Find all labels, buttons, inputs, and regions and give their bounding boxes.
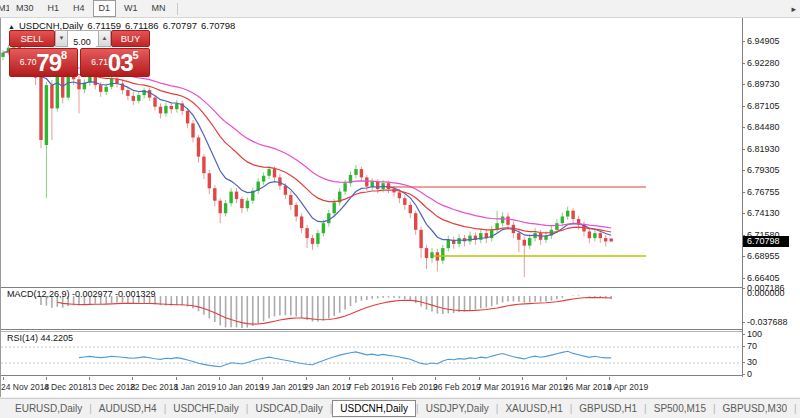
date-axis-tick [46,377,47,380]
price-axis-tick [742,256,745,257]
price-axis-label: 6.92280 [747,58,780,68]
macd-label: MACD(12,26,9) -0.002977 -0.001329 [7,289,156,299]
chart-tab-usdjpy[interactable]: USDJPY,Daily [419,401,496,416]
timeframe-button-m30[interactable]: M30 [10,0,40,17]
rsi-axis-tick [742,346,745,347]
collapse-trade-widget-icon[interactable]: ▲ [8,23,15,30]
price-axis-tick [742,192,745,193]
price-axis-tick [742,84,745,85]
price-axis-label: 6.68955 [747,251,780,261]
buy-button[interactable]: BUY [111,30,150,47]
date-axis-label: 29 Jan 2019 [304,382,351,392]
chart-tab-bar: EURUSD,Daily|AUDUSD,H4|USDCHF,Daily|USDC… [0,398,800,418]
date-axis-label: 22 Dec 2018 [130,382,178,392]
buy-price-big: 03 [108,49,133,76]
date-axis-tick [392,377,393,380]
price-axis-label: 6.74130 [747,208,780,218]
price-axis-tick [742,63,745,64]
date-axis-label: 13 Dec 2018 [87,382,135,392]
one-click-trade-widget: SELL ▼ ▲ BUY 6.70798 6.71035 [9,30,150,77]
date-axis-tick [609,377,610,380]
timeframe-button-h1[interactable]: H1 [42,0,66,17]
volume-increase-button[interactable]: ▲ [98,30,111,47]
macd-axis-tick [742,322,745,323]
timeframe-button-d1[interactable]: D1 [93,0,117,17]
price-axis-label: 6.87105 [747,101,780,111]
date-axis-label: 16 Mar 2019 [520,382,568,392]
chart-tab-eurusd[interactable]: EURUSD,Daily [8,401,89,416]
price-axis-tick [742,213,745,214]
sell-price-prefix: 6.70 [20,57,37,67]
price-axis-tick [742,149,745,150]
rsi-axis-label: 30 [747,357,757,367]
date-axis-label: 24 Nov 2018 [1,382,49,392]
date-axis-label: 26 Mar 2019 [564,382,612,392]
price-axis-tick [742,41,745,42]
rsi-axis-label: 70 [747,341,757,351]
chart-tab-usdcnh[interactable]: USDCNH,Daily [332,400,416,417]
date-axis-tick [306,377,307,380]
macd-axis-tick [742,288,745,289]
price-axis-label: 6.79305 [747,165,780,175]
macd-axis-min: -0.037688 [747,317,788,327]
chart-tab-usdchf[interactable]: USDCHF,Daily [166,401,246,416]
volume-box [68,30,98,47]
timeframe-button-w1[interactable]: W1 [118,0,144,17]
timeframe-button-h4[interactable]: H4 [67,0,91,17]
sell-price-pip: 8 [61,49,67,61]
timeframe-button-mn[interactable]: MN [146,0,172,17]
macd-axis-zero: 0.000000 [747,288,785,298]
date-axis-tick [349,377,350,380]
date-axis-label: 1 Jan 2019 [174,382,216,392]
chart-tab-xauusd[interactable]: XAUUSD,H1 [498,401,569,416]
toolbar-separator [177,3,178,15]
chart-tab-sp500[interactable]: SP500,M15 [647,401,713,416]
ohlc-low: 6.70797 [163,20,197,31]
buy-price-prefix: 6.71 [91,57,108,67]
volume-decrease-button[interactable]: ▼ [55,30,68,47]
price-axis-label: 6.94905 [747,36,780,46]
date-axis-label: 7 Mar 2019 [477,382,520,392]
chart-tab-audusd[interactable]: AUDUSD,H4 [92,401,164,416]
chart-tab-usdcad[interactable]: USDCAD,Daily [248,401,329,416]
rsi-indicator-pane[interactable]: RSI(14) 44.2205 [1,331,742,376]
date-axis-label: 26 Feb 2019 [433,382,481,392]
sell-price-big: 79 [36,49,61,76]
timeframe-button-m15[interactable]: M15 [0,0,8,17]
price-axis-label: 6.76755 [747,187,780,197]
price-axis-label: 6.84480 [747,122,780,132]
date-axis: 24 Nov 20184 Dec 201813 Dec 201822 Dec 2… [1,377,742,397]
price-axis-label: 6.66405 [747,273,780,283]
date-axis-tick [3,377,4,380]
date-axis-tick [132,377,133,380]
rsi-axis-tick [742,374,745,375]
chart-tab-gbpusd[interactable]: GBPUSD,M30 [716,401,794,416]
trading-platform-window: M15M30H1H4D1W1MN ▲USDCNH,Daily6.711596.7… [0,0,800,418]
date-axis-tick [479,377,480,380]
price-axis-label: 6.89730 [747,79,780,89]
buy-price-panel[interactable]: 6.71035 [80,48,150,77]
price-axis-tick [742,127,745,128]
tab-scroll-right-icon[interactable]: ▸ [789,4,798,14]
price-axis-label: 6.81930 [747,144,780,154]
timeframe-toolbar: M15M30H1H4D1W1MN [0,0,800,18]
price-axis-tick [742,170,745,171]
ohlc-close: 6.70798 [201,20,235,31]
date-axis-tick [566,377,567,380]
price-axis-tick [742,278,745,279]
date-axis-label: 4 Apr 2019 [607,382,648,392]
price-axis-tick [742,106,745,107]
sell-button[interactable]: SELL [9,30,55,47]
price-axis: 6.949056.922806.897306.871056.844806.819… [742,18,800,397]
sell-price-panel[interactable]: 6.70798 [9,48,78,77]
date-axis-tick [262,377,263,380]
macd-indicator-pane[interactable]: MACD(12,26,9) -0.002977 -0.001329 [1,287,742,330]
date-axis-tick [89,377,90,380]
rsi-axis-label: 0 [747,369,752,379]
date-axis-label: 19 Jan 2019 [260,382,307,392]
chart-tab-gbpusd[interactable]: GBPUSD,H1 [572,401,644,416]
rsi-label: RSI(14) 44.2205 [7,333,73,343]
date-axis-tick [219,377,220,380]
chart-window[interactable]: ▲USDCNH,Daily6.711596.711866.707976.7079… [0,18,800,397]
current-price-tag: 6.70798 [743,236,789,247]
